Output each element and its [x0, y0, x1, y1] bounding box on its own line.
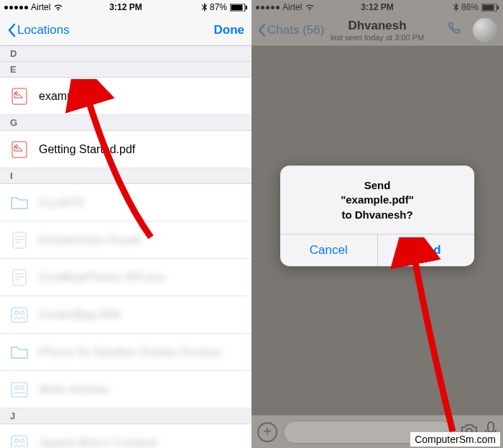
nav-bar: Locations Done	[0, 14, 251, 46]
doc-icon	[10, 231, 29, 250]
file-row[interactable]: Kowashoopo Rusek	[0, 221, 251, 259]
send-button[interactable]: Send	[377, 234, 475, 266]
attach-button[interactable]: +	[257, 422, 277, 442]
file-label: Getting Started.pdf	[39, 143, 135, 156]
chats-back-button[interactable]: Chats (56)	[257, 23, 324, 37]
section-header: D	[0, 46, 251, 62]
carrier-label: Airtel	[31, 2, 50, 12]
signal-icon	[256, 6, 280, 9]
battery-icon	[481, 4, 499, 12]
right-screen: Airtel 3:12 PM 86% Chats (56) Dhvanesh l…	[251, 0, 503, 448]
clock-label: 3:12 PM	[361, 2, 393, 12]
left-screen: Airtel 3:12 PM 87% Locations Done DEexam…	[0, 0, 251, 448]
file-label: example.pdf	[39, 90, 101, 103]
people-icon	[10, 434, 29, 449]
file-row[interactable]: Japesh Bhoi's Contend	[0, 424, 251, 448]
carrier-label: Airtel	[282, 2, 302, 12]
svg-rect-7	[13, 232, 26, 248]
back-button[interactable]: Locations	[7, 23, 70, 37]
chats-back-label: Chats (56)	[267, 23, 324, 37]
cancel-button[interactable]: Cancel	[280, 234, 377, 266]
chevron-left-icon	[257, 23, 266, 37]
svg-point-16	[15, 439, 19, 442]
svg-rect-23	[488, 422, 494, 432]
doc-icon	[10, 268, 29, 287]
chat-nav-bar: Chats (56) Dhvanesh last seen today at 3…	[251, 14, 503, 46]
file-label: iCyukOS	[39, 196, 84, 209]
svg-point-14	[21, 385, 24, 389]
wifi-icon	[53, 4, 63, 11]
last-seen: last seen today at 3:00 PM	[331, 33, 424, 42]
file-label: Kowashoopo Rusek	[39, 234, 141, 247]
pdf-icon	[10, 140, 29, 159]
bluetooth-icon	[202, 3, 207, 12]
people-icon	[10, 380, 29, 399]
file-row[interactable]: iGoskoBog-AfW	[0, 296, 251, 334]
alert-line2: "example.pdf"	[292, 193, 463, 207]
send-alert: Send "example.pdf" to Dhvanesh? Cancel S…	[280, 165, 474, 266]
file-label: iCosBlopPheres SPLoca	[39, 271, 165, 284]
svg-rect-20	[483, 4, 494, 10]
svg-rect-21	[497, 6, 499, 9]
file-label: Write-Artobes	[39, 383, 109, 396]
people-icon	[10, 306, 29, 324]
svg-point-13	[15, 385, 19, 389]
battery-pct: 87%	[210, 2, 227, 12]
avatar[interactable]	[473, 18, 497, 42]
folder-icon	[10, 343, 29, 362]
alert-line1: Send	[292, 178, 463, 193]
battery-pct: 86%	[461, 2, 479, 12]
clock-label: 3:12 PM	[109, 2, 142, 12]
file-row[interactable]: example.pdf	[0, 78, 251, 115]
bluetooth-icon	[453, 3, 458, 12]
file-label: iPhone 6s Speaker Dockey Ructera	[39, 346, 221, 359]
svg-point-10	[15, 311, 19, 314]
section-header: G	[0, 115, 251, 131]
file-row[interactable]: Write-Artobes	[0, 371, 251, 408]
folder-icon	[10, 193, 29, 212]
back-label: Locations	[17, 23, 70, 37]
file-row[interactable]: iCosBlopPheres SPLoca	[0, 259, 251, 296]
battery-icon	[230, 4, 247, 12]
section-header: J	[0, 408, 251, 424]
section-header: E	[0, 62, 251, 78]
file-row[interactable]: iPhone 6s Speaker Dockey Ructera	[0, 334, 251, 371]
file-label: iGoskoBog-AfW	[39, 308, 121, 321]
status-bar: Airtel 3:12 PM 87%	[0, 0, 251, 14]
signal-icon	[4, 6, 28, 9]
alert-line3: to Dhvanesh?	[292, 208, 463, 222]
done-button[interactable]: Done	[214, 23, 245, 37]
watermark: ComputerSm.com	[410, 432, 500, 447]
chevron-left-icon	[7, 23, 16, 37]
status-bar: Airtel 3:12 PM 86%	[251, 0, 503, 14]
svg-point-17	[21, 439, 24, 442]
contact-name: Dhvanesh	[331, 19, 424, 33]
chat-title[interactable]: Dhvanesh last seen today at 3:00 PM	[331, 19, 424, 42]
file-label: Japesh Bhoi's Contend	[39, 436, 157, 449]
svg-rect-12	[11, 383, 27, 397]
file-list[interactable]: DEexample.pdfGGetting Started.pdfIiCyukO…	[0, 46, 251, 448]
svg-point-6	[16, 145, 18, 147]
svg-rect-8	[13, 270, 26, 285]
call-icon[interactable]	[447, 20, 464, 40]
section-header: I	[0, 168, 251, 184]
svg-point-4	[16, 91, 18, 93]
file-row[interactable]: Getting Started.pdf	[0, 131, 251, 168]
svg-rect-2	[246, 6, 247, 9]
svg-rect-1	[231, 4, 243, 10]
wifi-icon	[305, 4, 315, 11]
svg-point-11	[21, 311, 24, 314]
pdf-icon	[10, 87, 29, 106]
svg-rect-9	[11, 308, 27, 322]
alert-message: Send "example.pdf" to Dhvanesh?	[280, 165, 474, 234]
file-row[interactable]: iCyukOS	[0, 184, 251, 221]
